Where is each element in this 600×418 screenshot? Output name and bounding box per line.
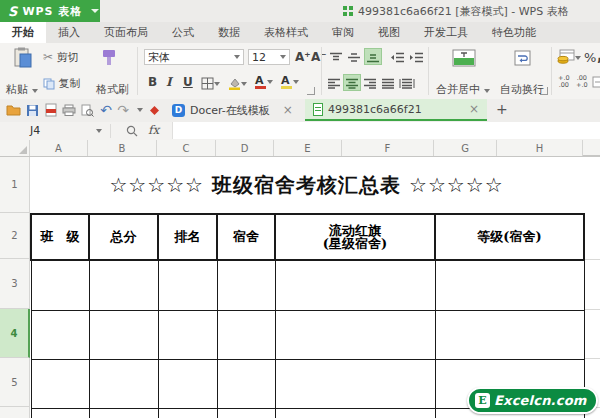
font-name-select[interactable]: 宋体 (144, 49, 244, 65)
shrink-font-button[interactable]: A⁻ (311, 50, 327, 64)
empty-cell[interactable] (89, 359, 158, 408)
format-switch-button[interactable] (592, 75, 600, 88)
empty-cell[interactable] (89, 260, 158, 310)
close-tab-icon[interactable]: × (283, 103, 293, 117)
column-header-b[interactable]: B (88, 140, 157, 156)
align-middle-button[interactable] (347, 50, 361, 63)
column-header-f[interactable]: F (342, 140, 434, 156)
char-shading-button[interactable]: A (281, 74, 299, 87)
header-cell-rank[interactable]: 排名 (158, 214, 217, 260)
paste-label-button[interactable]: 粘贴 (6, 82, 38, 97)
header-cell-total-score[interactable]: 总分 (89, 214, 158, 260)
empty-cell[interactable] (158, 359, 217, 408)
empty-cell[interactable] (217, 310, 275, 359)
percent-style-button[interactable]: % (584, 50, 596, 65)
search-button[interactable] (126, 125, 138, 140)
row-header-6[interactable]: 6 (0, 407, 30, 418)
cut-button[interactable]: ✂ 剪切 (43, 50, 79, 65)
wrap-text-label-button[interactable]: 自动换行 (500, 82, 544, 97)
empty-cell[interactable] (89, 310, 158, 359)
header-cell-dorm[interactable]: 宿舍 (217, 214, 275, 260)
empty-cell[interactable] (435, 260, 584, 310)
doc-tab-docer[interactable]: D Docer-在线模板 × (164, 99, 301, 121)
empty-cell[interactable] (31, 260, 89, 310)
header-cell-grade[interactable]: 等级(宿舍) (435, 214, 584, 260)
name-box[interactable]: J4 (0, 122, 110, 139)
paste-button[interactable] (12, 47, 34, 69)
tab-insert[interactable]: 插入 (46, 22, 92, 43)
fx-button[interactable]: fx (148, 123, 159, 137)
column-header-g[interactable]: G (434, 140, 497, 156)
sheet-title-cell[interactable]: ☆☆☆☆☆ 班级宿舍考核汇总表 ☆☆☆☆☆ (30, 157, 583, 213)
underline-button[interactable]: U (183, 75, 193, 89)
wps-app-menu-button[interactable]: S WPS 表格 (0, 0, 100, 22)
empty-cell[interactable] (217, 408, 275, 418)
column-header-a[interactable]: A (30, 140, 88, 156)
column-header-partial[interactable] (583, 140, 600, 156)
tab-review[interactable]: 审阅 (320, 22, 366, 43)
formula-input[interactable] (172, 122, 600, 139)
font-color-button[interactable]: A (255, 74, 273, 87)
empty-cell[interactable] (31, 310, 89, 359)
tab-formulas[interactable]: 公式 (160, 22, 206, 43)
row-header-4-selected[interactable]: 4 (0, 309, 30, 358)
tab-table-style[interactable]: 表格样式 (252, 22, 320, 43)
row-header-1[interactable]: 1 (0, 157, 30, 213)
wrap-text-button[interactable] (514, 50, 531, 66)
column-header-c[interactable]: C (157, 140, 216, 156)
format-painter-label-button[interactable]: 格式刷 (96, 82, 129, 97)
doc-tab-current[interactable]: 499381c6a66f21 × (305, 99, 487, 121)
empty-cell[interactable] (31, 408, 89, 418)
increase-indent-button[interactable] (409, 50, 424, 63)
decrease-indent-button[interactable] (390, 50, 405, 63)
row-header-3[interactable]: 3 (0, 259, 30, 309)
select-all-corner[interactable] (0, 140, 30, 156)
italic-button[interactable]: I (166, 75, 172, 89)
column-header-d[interactable]: D (216, 140, 274, 156)
open-file-button[interactable] (5, 102, 21, 118)
empty-cell[interactable] (275, 408, 435, 418)
header-cell-red-flag[interactable]: 流动红旗 (星级宿舍) (275, 214, 435, 260)
new-tab-button[interactable]: + (496, 101, 508, 117)
empty-cell[interactable] (217, 260, 275, 310)
grow-font-button[interactable]: A⁺ (295, 50, 311, 64)
tab-developer[interactable]: 开发工具 (412, 22, 480, 43)
save-button[interactable] (24, 102, 40, 118)
format-painter-button[interactable] (99, 48, 119, 68)
font-dialog-launcher[interactable] (307, 87, 315, 95)
fill-color-button[interactable] (228, 76, 247, 90)
bold-button[interactable]: B (148, 75, 157, 89)
undo-button[interactable]: ↶ (98, 102, 114, 118)
tab-data[interactable]: 数据 (206, 22, 252, 43)
empty-cell[interactable] (435, 310, 584, 359)
empty-cell[interactable] (275, 260, 435, 310)
merge-center-label-button[interactable]: 合并居中 (436, 82, 490, 97)
print-preview-button[interactable] (79, 102, 95, 118)
empty-cell[interactable] (217, 359, 275, 408)
align-left-button[interactable] (327, 76, 341, 89)
empty-cell[interactable] (158, 408, 217, 418)
print-button[interactable] (61, 102, 77, 118)
pin-button[interactable] (146, 102, 162, 118)
alignment-dialog-launcher[interactable] (540, 87, 548, 95)
empty-cell[interactable] (31, 359, 89, 408)
row-header-2[interactable]: 2 (0, 213, 30, 259)
empty-cell[interactable] (275, 359, 435, 408)
distributed-button[interactable] (399, 76, 415, 89)
redo-button[interactable]: ↷ (115, 102, 131, 118)
align-top-button[interactable] (329, 50, 343, 63)
increase-decimal-button[interactable]: +.0 .00 (558, 75, 570, 88)
copy-button[interactable]: 复制 (43, 76, 81, 91)
column-header-e[interactable]: E (274, 140, 342, 156)
align-center-button[interactable] (344, 75, 360, 90)
decrease-decimal-button[interactable]: .00 +.0 (576, 75, 588, 88)
empty-cell[interactable] (158, 260, 217, 310)
align-bottom-button[interactable] (365, 49, 381, 64)
close-tab-icon[interactable]: × (469, 102, 479, 116)
currency-format-button[interactable] (557, 49, 581, 65)
tab-page-layout[interactable]: 页面布局 (92, 22, 160, 43)
border-picker-button[interactable] (201, 76, 220, 90)
export-pdf-button[interactable] (43, 102, 59, 118)
empty-cell[interactable] (158, 310, 217, 359)
header-cell-class[interactable]: 班 级 (31, 214, 89, 260)
